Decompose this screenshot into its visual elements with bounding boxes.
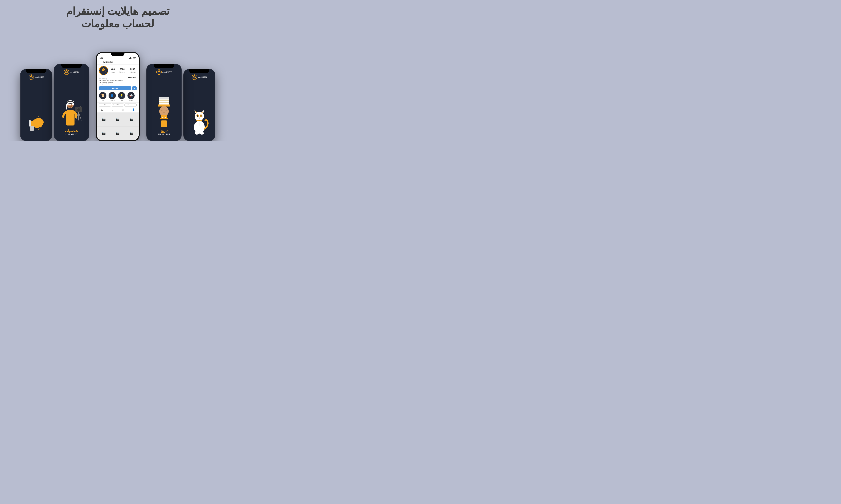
ig-photo-grid: 📷 📷 📷 📷 📷 📷 — [97, 112, 139, 140]
email-button[interactable]: Email Address — [112, 103, 124, 107]
highlight-icon-tarikh: 📜 — [100, 93, 106, 98]
highlight-circle-ilan: 📢 — [127, 92, 135, 100]
nefertiti-svg — [151, 94, 177, 129]
battery-icon — [133, 57, 136, 59]
phone-notch — [154, 64, 174, 68]
highlight-circle-tarikh: 📜 — [99, 92, 107, 100]
highlight-circle-afkar: 💡 — [118, 92, 125, 100]
signal-icon — [129, 57, 131, 59]
logo-text-ar: ويكيبيديـات — [162, 71, 172, 72]
tab-person[interactable]: 👤 — [128, 107, 139, 112]
phones-container: ويكيبيديـات VIKIPEDIAT — [0, 34, 236, 141]
svg-point-64 — [195, 132, 199, 134]
followers-label: followers — [119, 71, 125, 73]
logo-text: VIKIPEDIAT — [162, 72, 172, 74]
svg-point-39 — [159, 106, 169, 116]
svg-rect-44 — [160, 118, 168, 119]
svg-point-7 — [66, 70, 67, 71]
logo-icon — [192, 74, 197, 80]
svg-point-42 — [163, 112, 165, 113]
directions-button[interactable]: Directions — [124, 103, 137, 107]
svg-rect-36 — [159, 98, 169, 100]
back-button[interactable]: ← — [99, 60, 102, 64]
svg-text:📢: 📢 — [130, 94, 133, 97]
ig-username: wikipidiat_ — [103, 61, 134, 63]
svg-rect-5 — [29, 120, 31, 126]
phone-logo: ويكيبيديـات VIKIPEDIAT — [192, 74, 207, 80]
phone-logo: ويكيبيديـات VIKIPEDIAT — [156, 69, 172, 75]
phone-logo: ويكيبيديـات VIKIPEDIAT — [29, 74, 44, 80]
grid-cell-1: 📷 — [97, 112, 111, 126]
svg-rect-35 — [159, 97, 169, 98]
dropdown-button[interactable]: ▼ — [132, 86, 137, 90]
bio-name: ثاي‌دي‌بي‌دياتو — [99, 76, 137, 78]
highlight-item-ilan[interactable]: 📢 إعلانات — [127, 92, 135, 101]
wifi-icon: ▲ — [131, 57, 133, 59]
svg-point-19 — [68, 104, 69, 106]
grid-cell-6: 📷 — [125, 126, 139, 140]
highlight-icon-ilan: 📢 — [128, 93, 134, 98]
svg-point-46 — [162, 116, 163, 118]
status-time: 8:30 — [100, 57, 103, 59]
megaphone-svg — [25, 109, 47, 136]
ig-profile-top: 480 posts 5600 followers 8230 following — [99, 66, 137, 75]
ig-highlights: 📜 تاريخ 👤 شخصيات — [97, 90, 139, 103]
svg-text:👤: 👤 — [110, 94, 114, 97]
phone-screen: ويكيبيديـات VIKIPEDIAT — [184, 69, 215, 141]
avatar-logo — [100, 67, 107, 74]
phone-screen: ويكيبيديـات VIKIPEDIAT — [54, 64, 89, 141]
ig-stat-following: 8230 following — [130, 68, 136, 73]
svg-rect-10 — [80, 106, 81, 107]
logo-text: VIKIPEDIAT — [35, 77, 44, 79]
logo-icon — [29, 74, 34, 80]
svg-rect-38 — [159, 102, 169, 103]
svg-rect-14 — [66, 110, 74, 126]
posts-label: posts — [111, 71, 115, 73]
highlight-item-afkar[interactable]: 💡 أفكار — [118, 92, 125, 101]
logo-text-ar: ويكيبيديـات — [35, 76, 44, 77]
svg-text:💡: 💡 — [120, 94, 123, 97]
svg-line-13 — [79, 112, 81, 121]
call-button[interactable]: Call — [99, 103, 111, 107]
phone-right-1: ويكيبيديـات VIKIPEDIAT — [146, 64, 182, 141]
phone-screen: ويكيبيديـات VIKIPEDIAT — [147, 64, 181, 141]
more-button[interactable]: ⋮ — [134, 60, 137, 64]
logo-text: VIKIPEDIAT — [70, 72, 79, 74]
grid-cell-4: 📷 — [97, 126, 111, 140]
phone-notch — [26, 69, 46, 73]
highlight-label-afkar: أفكار — [120, 100, 123, 101]
highlight-item-shakhsiyat[interactable]: 👤 شخصيات — [108, 92, 116, 101]
phone-notch — [62, 64, 82, 68]
tab-star[interactable]: ☆ — [118, 107, 128, 112]
cat-svg — [188, 102, 210, 136]
character-nefertiti: تاريخ HIGHLIGHT — [147, 94, 181, 136]
phone-notch-center — [111, 53, 124, 56]
title-line1: تصميم هايلايت إنستقرام — [0, 5, 236, 17]
highlight-icon-afkar: 💡 — [119, 93, 125, 98]
following-label: following — [130, 71, 136, 73]
follow-button[interactable]: Follow — [99, 86, 131, 90]
tab-grid[interactable]: ⊞ — [97, 107, 107, 112]
svg-point-1 — [31, 75, 32, 76]
highlight-label-shakhsiyat: شخصيات — [110, 100, 115, 101]
svg-point-20 — [71, 104, 72, 106]
char-label-ar-right: تاريخ — [161, 129, 168, 133]
tab-square[interactable]: □ — [107, 107, 118, 112]
phone-logo: ويكيبيديـات VIKIPEDIAT — [64, 69, 79, 75]
ig-action-btns: Call Email Address Directions — [97, 103, 139, 107]
char-label-ar: شخصيات — [65, 129, 78, 133]
following-num: 8230 — [130, 68, 136, 70]
logo-text: VIKIPEDIAT — [198, 77, 207, 79]
ig-stats: 480 posts 5600 followers 8230 following — [110, 68, 137, 73]
logo-text-ar: ويكيبيديـات — [70, 71, 79, 72]
svg-rect-3 — [30, 121, 36, 126]
svg-point-65 — [200, 132, 204, 134]
arab-man-svg — [58, 92, 85, 129]
ig-actions: Follow ▼ — [97, 86, 139, 90]
highlight-item-tarikh[interactable]: 📜 تاريخ — [99, 92, 107, 101]
phone-left-1: ويكيبيديـات VIKIPEDIAT — [54, 64, 89, 141]
highlight-icon-shakhsiyat: 👤 — [109, 93, 115, 98]
character-megaphone — [21, 109, 52, 136]
grid-cell-2: 📷 — [111, 112, 125, 126]
bio-link[interactable]: www.yourwebsite.com — [99, 83, 137, 85]
